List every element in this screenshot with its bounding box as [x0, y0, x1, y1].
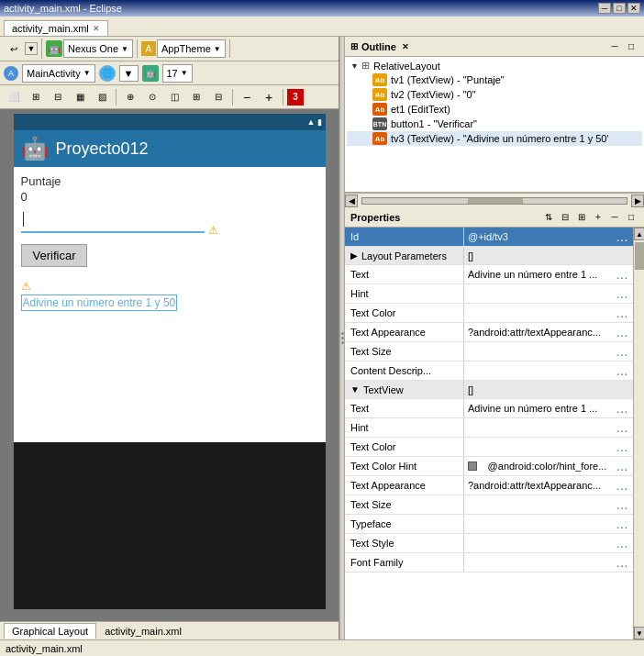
prop-dots-text-style[interactable]: … — [615, 536, 629, 550]
outline-item-tv1[interactable]: Ab tv1 (TextView) - "Puntaje" — [347, 72, 642, 87]
api-selector[interactable]: 17 ▼ — [162, 64, 193, 83]
textview-icon-tv1: Ab — [372, 73, 387, 86]
scroll-left-btn[interactable]: ◀ — [345, 195, 358, 207]
prop-dots-tv-hint[interactable]: … — [615, 420, 629, 435]
prop-row-tv-color-hint[interactable]: Text Color Hint @android:color/hint_fore… — [345, 457, 633, 476]
sec-btn-zoom-in[interactable]: + — [259, 88, 279, 106]
properties-header: Properties ⇅ ⊟ ⊞ + ─ □ — [345, 207, 644, 228]
outline-item-relativelayout[interactable]: ▼ ⊞ RelativeLayout — [347, 59, 642, 72]
prop-dots-hint[interactable]: … — [615, 286, 629, 301]
prop-row-tv-text-color[interactable]: Text Color … — [345, 438, 633, 457]
device-selector[interactable]: Nexus One ▼ — [63, 39, 133, 58]
scroll-right-btn[interactable]: ▶ — [631, 195, 644, 207]
theme-selector[interactable]: AppTheme ▼ — [157, 39, 226, 58]
props-maximize-btn[interactable]: □ — [624, 210, 638, 225]
prop-row-id[interactable]: Id @+id/tv3 … — [345, 228, 633, 247]
close-button[interactable]: ✕ — [627, 3, 640, 14]
props-add-btn[interactable]: + — [591, 210, 605, 225]
prop-row-text-appearance[interactable]: Text Appearance ?android:attr/textAppear… — [345, 323, 633, 342]
scrollbar-down-btn[interactable]: ▼ — [634, 627, 644, 639]
prop-dots-font-family[interactable]: … — [615, 555, 629, 570]
prop-row-tv-hint[interactable]: Hint … — [345, 418, 633, 438]
scroll-track[interactable] — [361, 197, 627, 205]
vertical-scrollbar[interactable]: ▲ ▼ — [633, 228, 644, 639]
android-edittext[interactable] — [21, 207, 205, 233]
activity-selector[interactable]: MainActivity ▼ — [22, 64, 95, 83]
prop-row-content-desc[interactable]: Content Descrip... … — [345, 361, 633, 381]
window-title: activity_main.xml - Eclipse — [4, 3, 122, 14]
editor-tab[interactable]: activity_main.xml ✕ — [4, 20, 108, 36]
prop-row-font-family[interactable]: Font Family … — [345, 553, 633, 573]
outline-item-tv3[interactable]: Ab tv3 (TextView) - "Adivine un número e… — [347, 131, 642, 146]
prop-row-tv-text-app[interactable]: Text Appearance ?android:attr/textAppear… — [345, 476, 633, 495]
prop-row-text[interactable]: Text Adivine un número entre 1 ... … — [345, 265, 633, 284]
outline-minimize-btn[interactable]: ─ — [607, 39, 622, 54]
minimize-button[interactable]: ─ — [598, 3, 611, 14]
outline-maximize-btn[interactable]: □ — [624, 39, 638, 54]
button-icon-btn1: BTN — [372, 117, 387, 130]
prop-dots-typeface[interactable]: … — [615, 517, 629, 531]
prop-value-font-family: … — [464, 553, 633, 572]
prop-row-tv-text-size[interactable]: Text Size … — [345, 495, 633, 515]
sec-btn-1[interactable]: ⬜ — [4, 88, 24, 106]
toolbar-btn-1[interactable]: ↩ — [4, 39, 24, 59]
prop-dots-text-size[interactable]: … — [615, 344, 629, 359]
edittext-icon-et1: Ab — [372, 103, 387, 116]
maximize-button[interactable]: □ — [613, 3, 626, 14]
prop-row-tv-text[interactable]: Text Adivine un número entre 1 ... … — [345, 399, 633, 418]
outline-close-icon[interactable]: ✕ — [402, 42, 409, 51]
sec-btn-9[interactable]: ⊞ — [186, 88, 206, 106]
sec-btn-4[interactable]: ▦ — [70, 88, 90, 106]
tab-graphical-layout[interactable]: Graphical Layout — [4, 623, 96, 639]
prop-dots-content-desc[interactable]: … — [615, 363, 629, 378]
horizontal-scrollbar[interactable]: ◀ ▶ — [345, 193, 644, 207]
sec-btn-2[interactable]: ⊞ — [26, 88, 46, 106]
toolbar-group-theme: A AppTheme ▼ — [141, 39, 230, 58]
props-expand-btn[interactable]: ⊞ — [574, 210, 589, 225]
sec-btn-3[interactable]: ⊟ — [48, 88, 68, 106]
prop-dots-tv-text-size[interactable]: … — [615, 497, 629, 512]
resize-dot-2 — [341, 337, 344, 339]
outline-item-et1[interactable]: Ab et1 (EditText) — [347, 102, 642, 117]
verify-button[interactable]: Verificar — [21, 244, 88, 267]
prop-row-textview-section[interactable]: ▼ TextView [] — [345, 381, 633, 399]
props-minimize-btn[interactable]: ─ — [607, 210, 622, 225]
scroll-thumb[interactable] — [468, 198, 523, 204]
prop-dots-text-appearance[interactable]: … — [615, 325, 629, 339]
globe-dropdown[interactable]: ▼ — [119, 65, 139, 82]
prop-val-tv-text: Adivine un número entre 1 ... — [468, 403, 597, 414]
outline-item-tv2[interactable]: Ab tv2 (TextView) - "0" — [347, 87, 642, 102]
prop-dots-text[interactable]: … — [615, 267, 629, 282]
sec-btn-8[interactable]: ◫ — [164, 88, 184, 106]
outline-item-button1[interactable]: BTN button1 - "Verificar" — [347, 117, 642, 131]
tab-xml[interactable]: activity_main.xml — [96, 623, 190, 639]
scrollbar-up-btn[interactable]: ▲ — [634, 228, 644, 240]
tab-close-icon[interactable]: ✕ — [93, 24, 100, 33]
sec-btn-zoom-out[interactable]: − — [237, 88, 257, 106]
sec-btn-6[interactable]: ⊕ — [120, 88, 140, 106]
prop-dots-id[interactable]: … — [615, 229, 629, 244]
prop-row-typeface[interactable]: Typeface … — [345, 515, 633, 534]
toolbar-dropdown-1[interactable]: ▼ — [25, 42, 38, 55]
scrollbar-track[interactable] — [634, 240, 644, 627]
app-title: Proyecto012 — [56, 139, 149, 159]
sec-btn-7[interactable]: ⊙ — [142, 88, 162, 106]
prop-dots-tv-text-app[interactable]: … — [615, 478, 629, 493]
prop-dots-tv-color-hint[interactable]: … — [615, 459, 629, 473]
prop-row-text-size[interactable]: Text Size … — [345, 342, 633, 361]
props-filter-btn[interactable]: ⊟ — [558, 210, 572, 225]
scrollbar-thumb[interactable] — [635, 242, 644, 270]
sec-btn-10[interactable]: ⊟ — [208, 88, 228, 106]
prop-dots-tv-text[interactable]: … — [615, 401, 629, 416]
prop-row-layout-params[interactable]: ▶ Layout Parameters [] — [345, 247, 633, 265]
sec-btn-5[interactable]: ▧ — [92, 88, 112, 106]
prop-dots-tv-text-color[interactable]: … — [615, 439, 629, 454]
prop-row-hint[interactable]: Hint … — [345, 284, 633, 304]
prop-key-typeface: Typeface — [345, 515, 464, 533]
prop-dots-text-color[interactable]: … — [615, 306, 629, 320]
prop-row-text-style[interactable]: Text Style … — [345, 534, 633, 553]
props-with-scroll: Id @+id/tv3 … ▶ Layout Parameters — [345, 228, 644, 639]
prop-val-tv-text-app: ?android:attr/textAppearanc... — [468, 480, 601, 491]
props-sort-btn[interactable]: ⇅ — [541, 210, 556, 225]
prop-row-text-color[interactable]: Text Color … — [345, 304, 633, 323]
